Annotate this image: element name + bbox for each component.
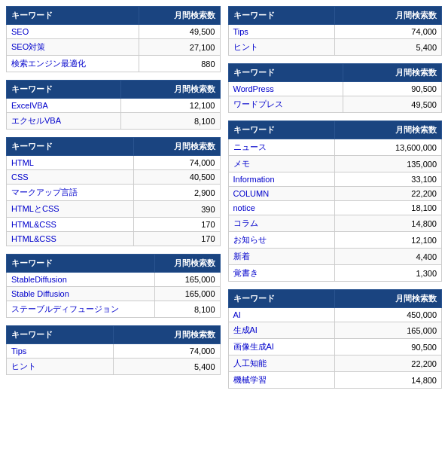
table-row: ワードプレス49,500 bbox=[228, 96, 442, 113]
table-row: HTML&CSS170 bbox=[7, 218, 221, 232]
keyword-cell: ヒント bbox=[228, 39, 335, 56]
table-row: AI450,000 bbox=[228, 308, 442, 322]
monthly-cell: 880 bbox=[139, 56, 220, 72]
keyword-cell: 機械学習 bbox=[228, 372, 335, 389]
right-column: キーワード月間検索数Tips74,000ヒント5,400キーワード月間検索数Wo… bbox=[228, 6, 443, 389]
monthly-cell: 14,800 bbox=[335, 215, 442, 232]
table-row: notice18,100 bbox=[228, 201, 442, 215]
keyword-cell: ワードプレス bbox=[228, 96, 343, 113]
keyword-cell: ステーブルディフュージョン bbox=[7, 301, 155, 318]
keyword-table-html-css: キーワード月間検索数HTML74,000CSS40,500マークアップ言語2,9… bbox=[6, 137, 221, 246]
table-row: 新着4,400 bbox=[228, 249, 442, 265]
keyword-cell: お知らせ bbox=[228, 232, 335, 249]
keyword-cell: メモ bbox=[228, 156, 335, 172]
table-row: CSS40,500 bbox=[7, 170, 221, 185]
table-row: メモ135,000 bbox=[228, 156, 442, 172]
table-row: COLUMN22,200 bbox=[228, 187, 442, 201]
table-row: 画像生成AI90,500 bbox=[228, 339, 442, 355]
col-header-monthly: 月間検索数 bbox=[335, 7, 442, 25]
col-header-keyword: キーワード bbox=[228, 290, 335, 308]
table-row: 人工知能22,200 bbox=[228, 355, 442, 372]
monthly-cell: 49,500 bbox=[139, 25, 220, 39]
col-header-monthly: 月間検索数 bbox=[343, 64, 441, 82]
table-row: コラム14,800 bbox=[228, 215, 442, 232]
table-row: ステーブルディフュージョン8,100 bbox=[7, 301, 221, 318]
table-row: WordPress90,500 bbox=[228, 82, 442, 96]
monthly-cell: 5,400 bbox=[335, 39, 442, 56]
table-row: 覚書き1,300 bbox=[228, 265, 442, 282]
table-row: Information33,100 bbox=[228, 172, 442, 187]
monthly-cell: 390 bbox=[134, 201, 220, 218]
table-row: ヒント5,400 bbox=[7, 359, 221, 375]
keyword-cell: ヒント bbox=[7, 359, 114, 375]
monthly-cell: 2,900 bbox=[134, 185, 220, 201]
keyword-table-stable-diffusion: キーワード月間検索数StableDiffusion165,000Stable D… bbox=[6, 254, 221, 318]
col-header-keyword: キーワード bbox=[7, 7, 139, 25]
table-row: 生成AI165,000 bbox=[228, 322, 442, 339]
monthly-cell: 135,000 bbox=[335, 156, 442, 172]
keyword-cell: SEO対策 bbox=[7, 39, 139, 56]
col-header-monthly: 月間検索数 bbox=[121, 81, 220, 99]
monthly-cell: 74,000 bbox=[134, 156, 220, 170]
keyword-cell: HTML bbox=[7, 156, 134, 170]
keyword-cell: COLUMN bbox=[228, 187, 335, 201]
keyword-cell: 新着 bbox=[228, 249, 335, 265]
keyword-cell: HTML&CSS bbox=[7, 232, 134, 246]
monthly-cell: 165,000 bbox=[155, 273, 220, 287]
monthly-cell: 5,400 bbox=[113, 359, 220, 375]
monthly-cell: 49,500 bbox=[343, 96, 441, 113]
monthly-cell: 450,000 bbox=[335, 308, 442, 322]
monthly-cell: 22,200 bbox=[335, 187, 442, 201]
table-row: ヒント5,400 bbox=[228, 39, 442, 56]
col-header-keyword: キーワード bbox=[7, 138, 134, 156]
table-row: 機械学習14,800 bbox=[228, 372, 442, 389]
monthly-cell: 12,100 bbox=[335, 232, 442, 249]
monthly-cell: 18,100 bbox=[335, 201, 442, 215]
keyword-table-excel-vba: キーワード月間検索数ExcelVBA12,100エクセルVBA8,100 bbox=[6, 80, 221, 130]
col-header-keyword: キーワード bbox=[7, 81, 121, 99]
table-row: HTML&CSS170 bbox=[7, 232, 221, 246]
keyword-table-ai: キーワード月間検索数AI450,000生成AI165,000画像生成AI90,5… bbox=[228, 289, 443, 389]
table-row: Stable Diffusion165,000 bbox=[7, 287, 221, 301]
monthly-cell: 90,500 bbox=[343, 82, 441, 96]
keyword-cell: WordPress bbox=[228, 82, 343, 96]
table-row: マークアップ言語2,900 bbox=[7, 185, 221, 201]
monthly-cell: 27,100 bbox=[139, 39, 220, 56]
keyword-cell: AI bbox=[228, 308, 335, 322]
monthly-cell: 74,000 bbox=[335, 25, 442, 39]
keyword-cell: コラム bbox=[228, 215, 335, 232]
col-header-keyword: キーワード bbox=[228, 7, 335, 25]
keyword-cell: エクセルVBA bbox=[7, 113, 121, 130]
left-column: キーワード月間検索数SEO49,500SEO対策27,100検索エンジン最適化8… bbox=[6, 6, 221, 389]
keyword-cell: StableDiffusion bbox=[7, 273, 155, 287]
keyword-cell: 画像生成AI bbox=[228, 339, 335, 355]
monthly-cell: 165,000 bbox=[155, 287, 220, 301]
col-header-monthly: 月間検索数 bbox=[155, 255, 220, 273]
monthly-cell: 74,000 bbox=[113, 344, 220, 359]
keyword-cell: 生成AI bbox=[228, 322, 335, 339]
keyword-table-tips-left: キーワード月間検索数Tips74,000ヒント5,400 bbox=[6, 325, 221, 375]
table-row: ニュース13,600,000 bbox=[228, 139, 442, 156]
col-header-keyword: キーワード bbox=[228, 121, 335, 139]
table-row: Tips74,000 bbox=[228, 25, 442, 39]
keyword-table-tips-right: キーワード月間検索数Tips74,000ヒント5,400 bbox=[228, 6, 443, 56]
col-header-keyword: キーワード bbox=[7, 255, 155, 273]
monthly-cell: 12,100 bbox=[121, 99, 220, 113]
monthly-cell: 22,200 bbox=[335, 355, 442, 372]
table-row: StableDiffusion165,000 bbox=[7, 273, 221, 287]
table-row: ExcelVBA12,100 bbox=[7, 99, 221, 113]
table-row: HTMLとCSS390 bbox=[7, 201, 221, 218]
monthly-cell: 8,100 bbox=[155, 301, 220, 318]
keyword-cell: notice bbox=[228, 201, 335, 215]
keyword-cell: HTML&CSS bbox=[7, 218, 134, 232]
table-row: 検索エンジン最適化880 bbox=[7, 56, 221, 72]
keyword-table-seo: キーワード月間検索数SEO49,500SEO対策27,100検索エンジン最適化8… bbox=[6, 6, 221, 72]
monthly-cell: 4,400 bbox=[335, 249, 442, 265]
keyword-table-column: キーワード月間検索数ニュース13,600,000メモ135,000Informa… bbox=[228, 121, 443, 282]
col-header-keyword: キーワード bbox=[228, 64, 343, 82]
main-grid: キーワード月間検索数SEO49,500SEO対策27,100検索エンジン最適化8… bbox=[6, 6, 442, 389]
keyword-cell: Stable Diffusion bbox=[7, 287, 155, 301]
monthly-cell: 165,000 bbox=[335, 322, 442, 339]
keyword-cell: 覚書き bbox=[228, 265, 335, 282]
table-row: Tips74,000 bbox=[7, 344, 221, 359]
